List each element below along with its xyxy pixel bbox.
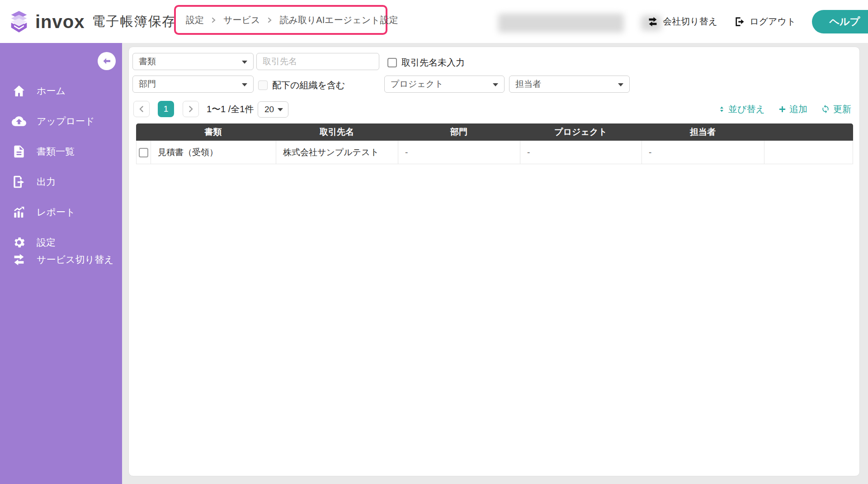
page-size-value: 20 [264,104,274,114]
sidebar-collapse-button[interactable] [98,52,116,70]
cell-department: - [398,141,520,164]
logout-button[interactable]: ログアウト [734,15,796,28]
sidebar-item-upload[interactable]: アップロード [0,106,122,136]
project-select-value: プロジェクト [391,79,443,89]
next-page-button[interactable] [183,101,199,117]
top-nav: 会社切り替え ログアウト ヘルプ [647,0,868,43]
refresh-label: 更新 [833,103,851,115]
sidebar-item-documents[interactable]: 書類一覧 [0,136,122,166]
chevron-right-icon [210,17,217,24]
app-logo: invox 電子帳簿保存 [7,0,176,43]
column-header-project: プロジェクト [520,126,642,138]
refresh-icon [821,104,830,114]
arrow-left-icon [101,56,112,66]
vendor-unset-label: 取引先名未入力 [401,57,465,69]
sidebar-item-label: 出力 [37,176,56,188]
app-screen: invox 電子帳簿保存 設定 サービス 読み取りAIエージェント設定 会社切り… [0,0,868,484]
sidebar-item-label: レポート [37,206,75,218]
refresh-button[interactable]: 更新 [821,103,851,115]
cell-vendor: 株式会社サンプルテスト [276,141,398,164]
document-type-select-value: 書類 [139,57,156,66]
caret-down-icon [493,83,498,86]
sidebar-item-home[interactable]: ホーム [0,76,122,106]
brand-name: invox [35,13,85,31]
documents-icon [12,144,26,159]
breadcrumb: 設定 サービス 読み取りAIエージェント設定 [174,5,387,35]
breadcrumb-item-service[interactable]: サービス [223,14,260,26]
sidebar-item-label: 書類一覧 [37,145,75,158]
column-header-assignee: 担当者 [642,126,764,138]
plus-icon [778,105,786,113]
upload-icon [12,114,26,128]
pagination-range-text: 1〜1 /全1件 [207,101,254,117]
swap-arrows-icon [12,252,26,267]
row-checkbox[interactable] [139,148,148,157]
chevron-left-icon [137,105,146,113]
project-select[interactable]: プロジェクト [384,76,505,93]
department-select[interactable]: 部門 [132,76,254,93]
main-panel: 書類 取引先名未入力 部門 配下の組織を含む プロジェクト 担当者 [128,47,860,476]
report-icon [12,205,26,219]
caret-down-icon [618,83,623,86]
department-select-value: 部門 [139,79,156,89]
sidebar-item-label: ホーム [37,85,66,97]
column-header-vendor: 取引先名 [276,126,398,138]
home-icon [12,84,26,98]
add-button[interactable]: 追加 [778,103,807,115]
export-icon [12,175,26,189]
cell-empty [764,141,853,164]
invox-logo-icon [7,10,31,33]
documents-table: 書類 取引先名 部門 プロジェクト 担当者 見積書（受領） 株式会社サンプルテス… [136,123,853,164]
add-label: 追加 [789,103,807,115]
caret-down-icon [242,83,247,86]
vendor-name-input[interactable] [256,53,379,70]
company-switch-button[interactable]: 会社切り替え [647,15,717,28]
column-header-document: 書類 [151,126,276,138]
top-bar: invox 電子帳簿保存 設定 サービス 読み取りAIエージェント設定 会社切り… [0,0,868,43]
cell-project: - [520,141,642,164]
include-suborg-label: 配下の組織を含む [272,79,345,91]
assignee-select[interactable]: 担当者 [509,76,630,93]
include-suborg-checkbox [258,81,268,90]
page-size-select[interactable]: 20 [258,101,288,118]
logout-label: ログアウト [750,15,796,28]
sort-label: 並び替え [728,103,765,115]
document-type-select[interactable]: 書類 [132,53,254,70]
logout-icon [734,16,745,28]
sidebar-item-export[interactable]: 出力 [0,166,122,197]
caret-down-icon [278,108,283,111]
vendor-unset-checkbox[interactable] [387,58,397,67]
prev-page-button[interactable] [133,101,150,117]
company-switch-label: 会社切り替え [663,15,717,28]
caret-down-icon [242,61,247,64]
column-header-department: 部門 [398,126,520,138]
row-checkbox-cell [137,141,151,164]
sidebar-item-label: アップロード [37,115,94,128]
sidebar: ホーム アップロード 書類一覧 出力 [0,43,122,484]
swap-arrows-icon [647,16,659,28]
include-suborg-checkbox-group: 配下の組織を含む [258,79,345,91]
page-number-button[interactable]: 1 [158,101,174,117]
assignee-select-value: 担当者 [515,79,541,89]
table-row[interactable]: 見積書（受領） 株式会社サンプルテスト - - - [136,141,853,164]
table-header-row: 書類 取引先名 部門 プロジェクト 担当者 [136,123,853,141]
brand-suffix: 電子帳簿保存 [92,13,176,31]
vendor-unset-checkbox-group: 取引先名未入力 [387,57,465,69]
breadcrumb-item-current: 読み取りAIエージェント設定 [279,14,398,26]
chevron-right-icon [187,105,195,113]
breadcrumb-item-settings[interactable]: 設定 [186,14,204,26]
chevron-right-icon [266,17,273,24]
table-actions: 並び替え 追加 更新 [718,101,851,117]
help-button[interactable]: ヘルプ [812,10,868,33]
sidebar-menu: ホーム アップロード 書類一覧 出力 [0,76,122,257]
sort-button[interactable]: 並び替え [718,103,765,115]
sidebar-item-service-switch[interactable]: サービス切り替え [0,244,122,275]
cell-document: 見積書（受領） [151,141,276,164]
cell-assignee: - [642,141,764,164]
redacted-company-name [498,14,624,33]
sidebar-item-report[interactable]: レポート [0,197,122,227]
sidebar-item-label: サービス切り替え [37,253,113,266]
sort-icon [718,105,725,113]
